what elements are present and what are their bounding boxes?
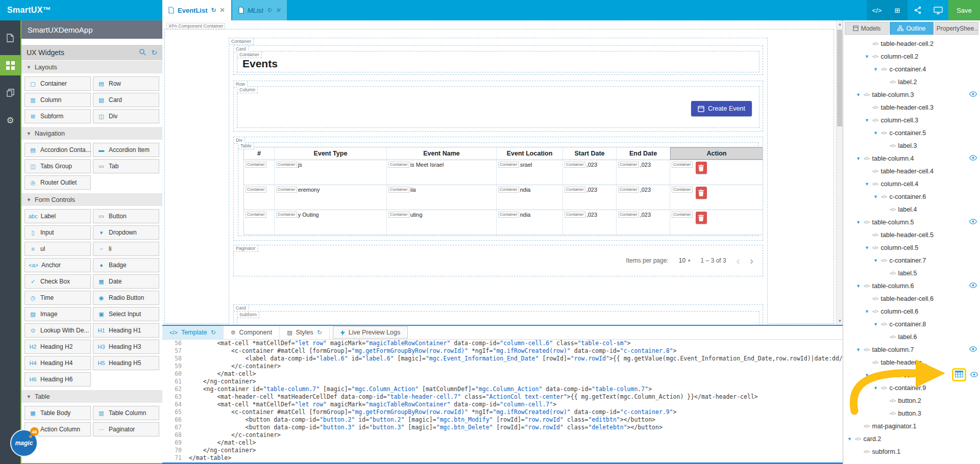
- outline-node-subform.1[interactable]: </>subform.1: [843, 445, 980, 458]
- visibility-eye-icon[interactable]: [969, 282, 977, 290]
- widget-check-box[interactable]: ✓Check Box: [24, 274, 91, 289]
- outline-node-table-header-cell.5[interactable]: </>table-header-cell.5: [843, 228, 980, 241]
- widget-radio-button[interactable]: ◉Radio Button: [93, 291, 159, 305]
- outline-node-label.6[interactable]: </>label.6: [843, 330, 980, 343]
- tab-propertysheet[interactable]: PropertyShee...: [935, 22, 978, 35]
- widget-anchor[interactable]: <a>Anchor: [24, 258, 91, 272]
- widget-ul[interactable]: ≡ul: [24, 242, 91, 256]
- table-cell[interactable]: Container,023: [617, 210, 670, 235]
- widget-label[interactable]: abcLabel: [24, 209, 91, 223]
- outline-node-column-cell.6[interactable]: ▼</>column-cell.6: [843, 305, 980, 318]
- table-cell[interactable]: Containerndia: [497, 185, 563, 210]
- subform-widget[interactable]: Subform: [237, 311, 760, 325]
- widget-heading-h1[interactable]: H1Heading H1: [93, 323, 159, 338]
- table-cell[interactable]: Container,023: [617, 160, 670, 185]
- widget-li[interactable]: −li: [93, 242, 159, 256]
- delete-button[interactable]: [696, 212, 707, 224]
- outline-node-table-column.3[interactable]: ▼</>table-column.3: [843, 88, 980, 101]
- create-event-button[interactable]: Create Event: [691, 101, 752, 116]
- outline-node-button.2[interactable]: </>button.2: [843, 394, 980, 407]
- card-widget[interactable]: Card Container Events: [233, 45, 763, 75]
- outline-node-table-header-cell.4[interactable]: </>table-header-cell.4: [843, 165, 980, 177]
- widget-card[interactable]: ▧Card: [93, 93, 159, 107]
- table-cell[interactable]: Containeriia: [387, 185, 497, 210]
- inner-container-widget[interactable]: Container Events: [237, 51, 760, 72]
- share-icon[interactable]: [908, 0, 928, 20]
- split-view-icon[interactable]: ⊞: [887, 0, 908, 20]
- visibility-eye-icon[interactable]: [969, 346, 977, 353]
- chevron-down-icon[interactable]: ▼: [865, 182, 870, 187]
- table-cell[interactable]: Container,023: [563, 210, 617, 235]
- close-icon[interactable]: ✕: [220, 7, 225, 14]
- card-widget-2[interactable]: Card Subform: [233, 304, 763, 325]
- widget-badge[interactable]: ●Badge: [93, 258, 159, 272]
- outline-node-table-column.4[interactable]: ▼</>table-column.4: [843, 152, 980, 165]
- widget-heading-h6[interactable]: H6Heading H6: [24, 372, 91, 386]
- outline-node-c-container.4[interactable]: ▼</>c-container.4: [843, 63, 980, 75]
- paginator-widget[interactable]: Paginator Items per page: 10 ▾ 1 – 3 of …: [233, 245, 763, 276]
- widget-accordion-conta[interactable]: ▤Accordion Conta...: [24, 143, 91, 157]
- widget-time[interactable]: ◷Time: [24, 291, 91, 305]
- table-cell[interactable]: Container: [244, 185, 275, 210]
- table-cell[interactable]: Container: [244, 160, 275, 185]
- widget-accordion-item[interactable]: ▬Accordion Item: [93, 143, 159, 157]
- div-widget[interactable]: Div Table #Event TypeEvent NameEvent Loc…: [233, 137, 763, 241]
- outline-node-table-header-cell.2[interactable]: </>table-header-cell.2: [843, 37, 980, 50]
- visibility-eye-icon[interactable]: [969, 155, 977, 162]
- chevron-down-icon[interactable]: ▼: [873, 385, 878, 391]
- scrollbar-thumb[interactable]: [837, 30, 842, 126]
- refresh-icon[interactable]: ↻: [211, 7, 216, 14]
- table-cell[interactable]: Container,023: [617, 185, 670, 210]
- table-cell[interactable]: Containeris Meet Israel: [387, 160, 497, 185]
- refresh-icon[interactable]: ↻: [211, 329, 216, 336]
- row-widget[interactable]: Row Column Create Event: [233, 81, 763, 132]
- save-button[interactable]: Save: [948, 0, 980, 20]
- outline-node-table-column.6[interactable]: ▼</>table-column.6: [843, 279, 980, 292]
- chevron-down-icon[interactable]: ▼: [847, 436, 852, 442]
- table-widget[interactable]: Table #Event TypeEvent NameEvent Locatio…: [238, 142, 758, 236]
- chevron-down-icon[interactable]: ▼: [873, 322, 878, 327]
- table-cell[interactable]: Containereremony: [275, 185, 387, 210]
- column-widget[interactable]: Column Create Event: [237, 86, 760, 128]
- search-icon[interactable]: [139, 48, 146, 57]
- copy-pages-icon[interactable]: [0, 83, 20, 103]
- widget-heading-h5[interactable]: H5Heading H5: [93, 356, 159, 370]
- section-header-table[interactable]: ▼Table: [21, 390, 162, 403]
- outline-node-table-column.7[interactable]: ▼</>table-column.7: [843, 343, 980, 356]
- chevron-down-icon[interactable]: ▼: [873, 194, 878, 199]
- widget-dropdown[interactable]: ▾Dropdown: [93, 225, 159, 240]
- visibility-eye-icon[interactable]: [970, 372, 978, 379]
- previous-page-icon[interactable]: ‹: [737, 255, 740, 266]
- widget-row[interactable]: ▤Row: [93, 76, 159, 91]
- chevron-down-icon[interactable]: ▼: [873, 258, 878, 263]
- document-icon[interactable]: [0, 28, 20, 48]
- table-row[interactable]: ContainerContainereremonyContaineriiaCon…: [243, 185, 763, 210]
- outline-node-c-container.7[interactable]: ▼</>c-container.7: [843, 254, 980, 267]
- chevron-down-icon[interactable]: ▼: [856, 283, 861, 289]
- section-header-navigation[interactable]: ▼Navigation: [21, 126, 162, 140]
- widget-container[interactable]: ▢Container: [24, 76, 91, 91]
- outline-node-label.4[interactable]: </>label.4: [843, 203, 980, 216]
- outline-node-label.5[interactable]: </>label.5: [843, 267, 980, 279]
- outline-node-c-container.5[interactable]: ▼</>c-container.5: [843, 126, 980, 139]
- outline-node-c-container.9[interactable]: ▼</>c-container.9: [843, 381, 980, 394]
- widget-tabs-group[interactable]: ◫Tabs Group: [24, 159, 91, 173]
- outline-node-column-cell.5[interactable]: ▼</>column-cell.5: [843, 241, 980, 254]
- table-cell[interactable]: Containery Outing: [275, 210, 387, 235]
- chevron-down-icon[interactable]: ▼: [873, 67, 878, 72]
- chevron-down-icon[interactable]: ▼: [865, 118, 870, 123]
- widget-button[interactable]: ▭Button: [93, 209, 159, 223]
- tab-styles[interactable]: ▨ Styles ↻: [280, 326, 330, 339]
- outline-node-table-header-cell.3[interactable]: </>table-header-cell.3: [843, 101, 980, 114]
- table-cell[interactable]: Containerjs: [275, 160, 387, 185]
- outline-node-column-cell.3[interactable]: ▼</>column-cell.3: [843, 114, 980, 126]
- chevron-down-icon[interactable]: ▼: [856, 220, 861, 225]
- outline-node-table-header-cell.6[interactable]: </>table-header-cell.6: [843, 292, 980, 305]
- table-cell[interactable]: Containersrael: [497, 160, 563, 185]
- chevron-down-icon[interactable]: ▼: [865, 245, 870, 250]
- close-icon[interactable]: ✕: [276, 7, 281, 14]
- widget-tab[interactable]: ▭Tab: [93, 159, 159, 173]
- widget-table-body[interactable]: ▦Table Body: [24, 406, 91, 420]
- apps-grid-icon[interactable]: [0, 55, 20, 75]
- outline-node-table-column.5[interactable]: ▼</>table-column.5: [843, 216, 980, 228]
